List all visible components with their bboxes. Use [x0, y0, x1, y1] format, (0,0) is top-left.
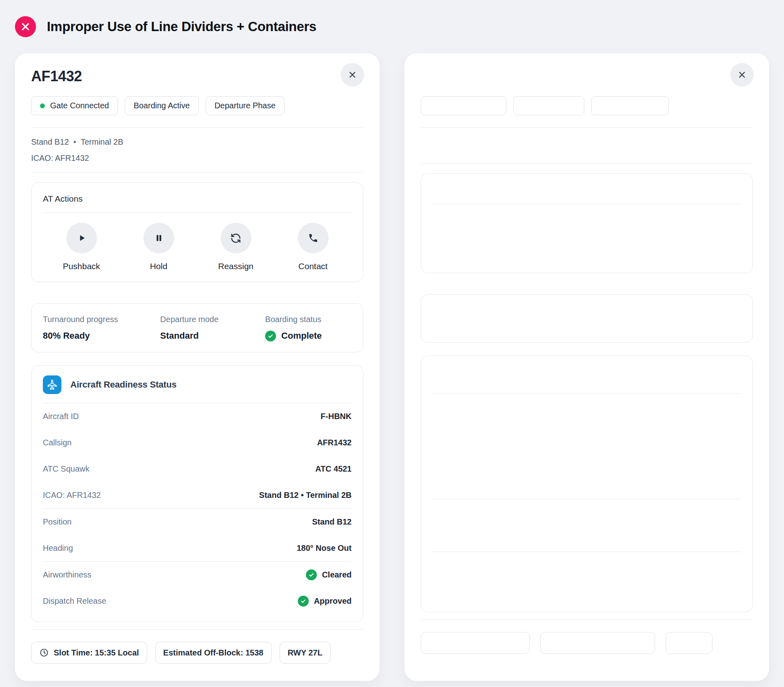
divider [31, 127, 363, 128]
skeleton-metrics-panel [421, 294, 753, 343]
stand-text: Stand B12 [31, 137, 69, 146]
divider [43, 213, 352, 213]
row-value: Approved [298, 596, 352, 607]
clock-icon [39, 648, 49, 657]
location-line: Stand B12•Terminal 2B [31, 137, 363, 147]
status-badges: Gate Connected Boarding Active Departure… [31, 96, 363, 115]
skeleton-chip [421, 632, 530, 654]
skeleton-panel-body-space [432, 204, 741, 263]
refresh-icon [221, 223, 251, 253]
phone-icon [298, 223, 329, 253]
action-label: Contact [298, 261, 327, 272]
row-value: Stand B12 [312, 517, 352, 527]
metric-departure-mode: Departure mode Standard [160, 314, 265, 341]
readiness-title: Aircraft Readiness Status [70, 379, 177, 390]
skeleton-badges [421, 96, 753, 115]
readiness-panel: Aircraft Readiness Status Aircraft ID F-… [31, 365, 363, 622]
runway-chip: RWY 27L [280, 642, 331, 664]
badge-gate-connected: Gate Connected [31, 96, 118, 115]
contact-button[interactable]: Contact [274, 223, 352, 272]
flight-title: AF1432 [31, 68, 363, 87]
row-value: AFR1432 [317, 438, 352, 447]
close-button[interactable] [730, 63, 754, 86]
skeleton-rows-space [432, 552, 741, 605]
chip-label: Slot Time: 15:35 Local [54, 648, 139, 657]
page-header: Improper Use of Line Dividers + Containe… [15, 16, 769, 37]
play-icon [66, 223, 97, 253]
action-label: Hold [150, 261, 167, 272]
skeleton-rows-space [432, 394, 741, 499]
metric-value-text: Complete [281, 330, 322, 341]
row-label: Callsign [43, 438, 72, 447]
chip-label: Estimated Off-Block: 1538 [163, 648, 263, 657]
skeleton-card [405, 53, 769, 681]
at-actions-title: AT Actions [43, 193, 352, 204]
skeleton-info-space [421, 137, 753, 163]
row-value: Stand B12 • Terminal 2B [259, 491, 352, 500]
check-icon [298, 596, 309, 607]
skeleton-title-space [421, 68, 753, 87]
green-dot-icon [40, 103, 45, 108]
metric-boarding-status: Boarding status Complete [265, 314, 352, 341]
divider [421, 127, 753, 128]
check-icon [306, 569, 317, 580]
row-value: 180° Nose Out [297, 544, 352, 553]
reassign-button[interactable]: Reassign [197, 223, 274, 272]
actions-grid: Pushback Hold Reassign [43, 223, 352, 272]
badge-label: Gate Connected [50, 101, 109, 110]
skeleton-rows-space [432, 499, 741, 552]
row-value-text: Cleared [322, 570, 352, 580]
readiness-row: ATC Squawk ATC 4521 [43, 456, 352, 482]
readiness-row: ICAO: AFR1432 Stand B12 • Terminal 2B [43, 482, 352, 508]
hold-button[interactable]: Hold [120, 223, 197, 272]
readiness-row: Heading 180° Nose Out [43, 535, 352, 561]
metric-value: 80% Ready [43, 330, 160, 341]
error-x-icon [15, 16, 36, 37]
row-value: Cleared [306, 569, 352, 580]
readiness-row: Callsign AFR1432 [43, 430, 352, 456]
readiness-row: Dispatch Release Approved [43, 588, 352, 614]
badge-label: Departure Phase [215, 101, 276, 110]
row-label: Position [43, 517, 72, 527]
skeleton-chip [666, 632, 712, 654]
skeleton-badge [513, 96, 584, 115]
metric-value: Complete [265, 330, 352, 341]
page-title: Improper Use of Line Dividers + Containe… [47, 19, 316, 34]
off-block-chip: Estimated Off-Block: 1538 [155, 642, 272, 664]
terminal-text: Terminal 2B [80, 137, 123, 146]
action-label: Reassign [218, 261, 254, 272]
pushback-button[interactable]: Pushback [43, 223, 120, 272]
bullet-separator: • [73, 137, 76, 146]
readiness-row: Position Stand B12 [43, 509, 352, 535]
readiness-row: Aircraft ID F-HBNK [43, 403, 352, 430]
action-label: Pushback [63, 261, 100, 272]
row-label: ICAO: AFR1432 [43, 491, 101, 500]
flight-card: AF1432 Gate Connected Boarding Active De… [15, 53, 379, 681]
close-button[interactable] [341, 63, 364, 86]
badge-label: Boarding Active [134, 101, 190, 110]
row-label: ATC Squawk [43, 464, 89, 474]
page: Improper Use of Line Dividers + Containe… [0, 0, 784, 681]
skeleton-actions-panel [421, 173, 753, 273]
metric-label: Departure mode [160, 314, 265, 325]
skeleton-readiness-panel [421, 356, 753, 612]
skeleton-badge [591, 96, 669, 115]
row-label: Dispatch Release [43, 596, 106, 606]
divider [421, 163, 753, 164]
row-label: Heading [43, 544, 73, 553]
skeleton-panel-title-space [432, 184, 741, 196]
icao-line: ICAO: AFR1432 [31, 153, 363, 163]
metric-value: Standard [160, 330, 265, 341]
airplane-icon [43, 375, 61, 394]
slot-time-chip: Slot Time: 15:35 Local [31, 642, 147, 664]
check-icon [265, 331, 276, 341]
metric-label: Turnaround progress [43, 314, 160, 325]
pause-icon [143, 223, 174, 253]
divider [421, 620, 753, 620]
skeleton-chip [540, 632, 655, 654]
row-value-text: Approved [314, 596, 352, 606]
at-actions-panel: AT Actions Pushback Hold [31, 182, 363, 282]
row-label: Aircraft ID [43, 412, 79, 421]
badge-departure-phase: Departure Phase [206, 96, 285, 115]
badge-boarding-active: Boarding Active [125, 96, 199, 115]
